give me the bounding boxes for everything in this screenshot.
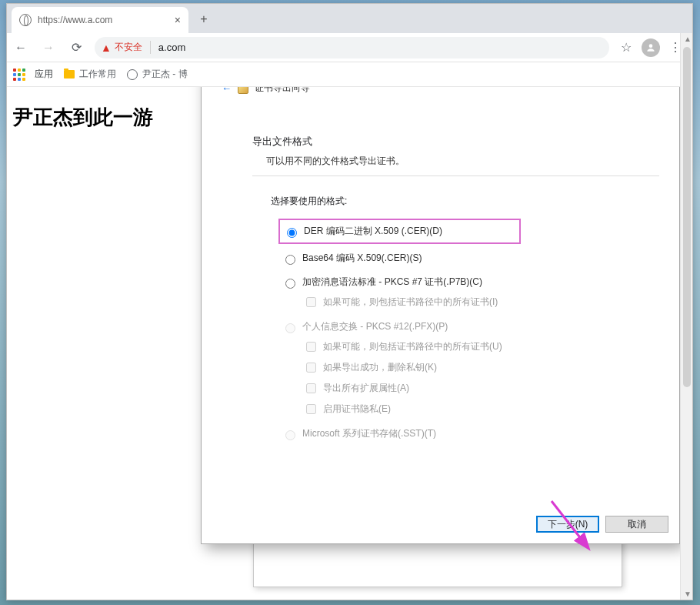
person-icon [645, 42, 656, 53]
scroll-up-icon[interactable]: ▲ [684, 35, 692, 43]
option-pkcs7-label: 加密消息语法标准 - PKCS #7 证书(.P7B)(C) [302, 276, 482, 289]
checkbox-pfx-enable-priv: 启用证书隐私(E) [303, 402, 659, 416]
bookmarks-bar: 应用 工作常用 尹正杰 - 博 » [7, 62, 692, 87]
certificate-icon [238, 87, 248, 94]
wizard-footer: 下一步(N) 取消 [536, 516, 668, 533]
option-sst: Microsoft 系列证书存储(.SST)(T) [282, 427, 659, 440]
bookmarks-apps[interactable]: 应用 [13, 68, 53, 81]
toolbar-right: ☆ ⋮ [615, 37, 686, 58]
page-heading: 尹正杰到此一游 [13, 104, 153, 131]
bookmark-user-label: 尹正杰 - 博 [142, 68, 188, 81]
checkbox-pfx-include-all: 如果可能，则包括证书路径中的所有证书(U) [303, 339, 659, 354]
bookmark-folder-label: 工作常用 [79, 68, 116, 81]
url-bar[interactable]: ▲ 不安全 a.com [95, 37, 609, 58]
format-prompt: 选择要使用的格式: [271, 195, 659, 208]
checkbox-pfx-delete-key-label: 如果导出成功，删除私钥(K) [323, 361, 437, 374]
checkbox-pkcs7-include-all: 如果可能，则包括证书路径中的所有证书(I) [303, 295, 659, 309]
close-tab-button[interactable]: × [175, 14, 181, 26]
format-options: DER 编码二进制 X.509 (.CER)(D) Base64 编码 X.50… [271, 219, 659, 440]
checkbox-pfx-delete-key: 如果导出成功，删除私钥(K) [303, 360, 659, 375]
divider [252, 175, 659, 176]
wizard-back-button[interactable]: ← [222, 87, 232, 94]
globe-icon [19, 14, 32, 26]
apps-label: 应用 [35, 68, 53, 81]
reload-button[interactable]: ⟳ [64, 35, 88, 60]
option-pfx: 个人信息交换 - PKCS #12(.PFX)(P) [282, 320, 659, 333]
wizard-title: 证书导出向导 [255, 87, 310, 95]
option-der[interactable]: DER 编码二进制 X.509 (.CER)(D) [283, 225, 442, 238]
checkbox-pkcs7-include-all-label: 如果可能，则包括证书路径中的所有证书(I) [323, 296, 498, 309]
checkbox-pfx-include-all-input [306, 342, 316, 352]
checkbox-pfx-export-ext: 导出所有扩展属性(A) [303, 381, 659, 396]
format-area: 选择要使用的格式: DER 编码二进制 X.509 (.CER)(D) [271, 195, 659, 440]
checkbox-pfx-delete-key-input [306, 363, 316, 373]
folder-icon [64, 70, 75, 79]
user-icon [127, 69, 138, 80]
cancel-button[interactable]: 取消 [605, 516, 668, 533]
checkbox-pfx-include-all-label: 如果可能，则包括证书路径中的所有证书(U) [323, 340, 502, 353]
scroll-down-icon[interactable]: ▼ [684, 590, 692, 598]
apps-grid-icon [13, 69, 25, 81]
radio-pkcs7[interactable] [285, 279, 295, 289]
option-pfx-label: 个人信息交换 - PKCS #12(.PFX)(P) [302, 320, 448, 333]
wizard-body: ← 证书导出向导 导出文件格式 可以用不同的文件格式导出证书。 选择要使用的格式… [202, 87, 679, 493]
checkbox-pfx-export-ext-label: 导出所有扩展属性(A) [323, 382, 409, 395]
back-button[interactable]: ← [8, 35, 33, 60]
checkbox-pfx-enable-priv-label: 启用证书隐私(E) [323, 403, 391, 416]
desktop-background: — □ ✕ https://www.a.com × + ← → ⟳ ▲ 不安全 [0, 0, 700, 605]
new-tab-button[interactable]: + [193, 8, 215, 30]
scroll-thumb[interactable] [683, 47, 691, 387]
radio-sst [285, 430, 295, 440]
svg-point-0 [649, 44, 653, 48]
option-der-label: DER 编码二进制 X.509 (.CER)(D) [304, 225, 442, 238]
tab-strip: https://www.a.com × + [7, 4, 692, 33]
insecure-label: 不安全 [115, 41, 142, 54]
wizard-title-row: ← 证书导出向导 [222, 87, 659, 95]
url-text: a.com [158, 42, 185, 53]
next-button[interactable]: 下一步(N) [536, 516, 599, 533]
checkbox-pfx-export-ext-input [306, 383, 316, 393]
certificate-export-wizard: ✕ ← 证书导出向导 导出文件格式 可以用不同的文件格式导出证书。 选择要使用的… [201, 87, 680, 544]
highlight-annotation: DER 编码二进制 X.509 (.CER)(D) [278, 219, 521, 244]
option-base64-label: Base64 编码 X.509(.CER)(S) [302, 252, 422, 265]
forward-button[interactable]: → [36, 35, 61, 60]
warning-icon: ▲ [101, 42, 112, 53]
bookmark-star-icon[interactable]: ☆ [615, 37, 637, 58]
checkbox-pkcs7-include-all-input [306, 297, 316, 307]
browser-window: — □ ✕ https://www.a.com × + ← → ⟳ ▲ 不安全 [6, 3, 693, 600]
section-title: 导出文件格式 [252, 135, 659, 149]
bookmark-user[interactable]: 尹正杰 - 博 [127, 68, 188, 81]
browser-tab-active[interactable]: https://www.a.com × [12, 7, 188, 33]
option-base64[interactable]: Base64 编码 X.509(.CER)(S) [282, 252, 659, 265]
insecure-badge[interactable]: ▲ 不安全 [101, 41, 151, 54]
profile-avatar[interactable] [642, 38, 660, 57]
tab-title: https://www.a.com [38, 15, 112, 25]
section-subtitle: 可以用不同的文件格式导出证书。 [266, 155, 659, 168]
page-viewport: 尹正杰到此一游 证书 ✕ ✕ ← 证书导出向导 [7, 87, 692, 600]
address-bar-row: ← → ⟳ ▲ 不安全 a.com ☆ ⋮ [7, 33, 692, 62]
radio-base64[interactable] [285, 255, 295, 265]
option-pkcs7[interactable]: 加密消息语法标准 - PKCS #7 证书(.P7B)(C) [282, 276, 659, 289]
vertical-scrollbar[interactable]: ▲ ▼ [680, 33, 692, 600]
option-sst-label: Microsoft 系列证书存储(.SST)(T) [302, 427, 436, 440]
radio-der[interactable] [287, 228, 297, 238]
checkbox-pfx-enable-priv-input [306, 404, 316, 414]
radio-pfx [285, 323, 295, 333]
wizard-section: 导出文件格式 可以用不同的文件格式导出证书。 [252, 135, 659, 176]
bookmark-folder-work[interactable]: 工作常用 [64, 68, 116, 81]
